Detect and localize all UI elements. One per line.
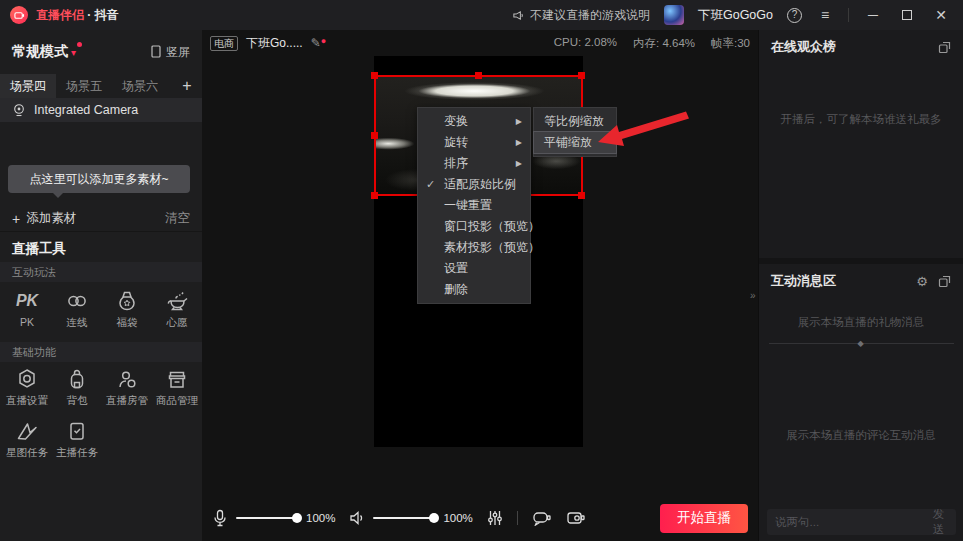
minimize-button[interactable]: ─	[863, 7, 883, 23]
cpu-stat: CPU: 2.08%	[554, 36, 617, 51]
resize-handle-sw[interactable]	[371, 192, 378, 199]
menu-item-settings[interactable]: 设置	[418, 258, 530, 279]
context-menu: 变换▶ 旋转▶ 排序▶ ✓适配原始比例 一键重置 窗口投影（预览） 素材投影（预…	[417, 107, 531, 304]
menu-item-transform[interactable]: 变换▶	[418, 111, 530, 132]
tool-lucky-bag[interactable]: 福袋	[102, 288, 152, 340]
start-live-button[interactable]: 开始直播	[660, 504, 748, 533]
gear-icon[interactable]: ⚙	[916, 275, 928, 288]
tab-scene-4[interactable]: 场景四	[0, 74, 56, 98]
resize-handle-n[interactable]	[475, 72, 482, 79]
link-icon	[64, 288, 90, 314]
menu-item-delete[interactable]: 删除	[418, 279, 530, 300]
tool-star-task[interactable]: 星图任务	[2, 418, 52, 470]
title-bar: 直播伴侣 · 抖音 不建议直播的游戏说明 下班GoGoGo ? ≡ ─ ✕	[0, 0, 963, 30]
notice-text: 不建议直播的游戏说明	[530, 7, 650, 24]
edit-title-icon[interactable]: ✎●	[311, 36, 327, 50]
goods-icon	[164, 366, 190, 392]
viewers-panel-title: 在线观众榜	[771, 38, 836, 56]
pk-icon: PK	[16, 288, 38, 314]
source-name: Integrated Camera	[34, 103, 138, 117]
resize-handle-se[interactable]	[578, 192, 585, 199]
fps-stat: 帧率:30	[711, 36, 750, 51]
submenu-item-tile-scale[interactable]: 平铺缩放	[534, 132, 616, 153]
resize-handle-nw[interactable]	[371, 72, 378, 79]
portrait-mode-button[interactable]: 竖屏	[150, 44, 190, 61]
lucky-bag-icon	[114, 288, 140, 314]
menu-item-reset[interactable]: 一键重置	[418, 195, 530, 216]
scene-info-bar: 电商 下班Go..... ✎● CPU: 2.08% 内存: 4.64% 帧率:…	[202, 30, 758, 56]
menu-item-fit-ratio[interactable]: ✓适配原始比例	[418, 174, 530, 195]
tool-anchor-task[interactable]: 主播任务	[52, 418, 102, 470]
mode-selector[interactable]: 常规模式	[12, 43, 68, 61]
panel-collapse-icon[interactable]: »	[750, 290, 756, 301]
ecommerce-badge: 电商	[210, 36, 238, 51]
help-icon[interactable]: ?	[787, 8, 802, 23]
messages-panel-title: 互动消息区	[771, 272, 836, 290]
mic-volume-value: 100%	[306, 512, 335, 524]
tool-connect[interactable]: 连线	[52, 288, 102, 340]
tab-scene-5[interactable]: 场景五	[56, 74, 112, 98]
message-split-divider[interactable]: ◆	[769, 343, 954, 344]
app-logo-icon	[10, 6, 28, 24]
menu-item-rotate[interactable]: 旋转▶	[418, 132, 530, 153]
speaker-icon[interactable]	[349, 510, 365, 526]
tool-moderator[interactable]: 直播房管	[102, 366, 152, 418]
chat-input[interactable]	[775, 516, 929, 528]
popout-icon[interactable]	[938, 41, 951, 54]
wish-lamp-icon	[164, 288, 190, 314]
record-camera-icon[interactable]	[566, 510, 586, 526]
moderator-icon	[114, 366, 140, 392]
menu-item-window-projection[interactable]: 窗口投影（预览）	[418, 216, 530, 237]
toolbar-divider	[517, 511, 518, 525]
anchor-task-icon	[64, 418, 90, 444]
notification-dot	[77, 42, 82, 47]
popout-icon[interactable]	[938, 275, 951, 288]
app-title: 直播伴侣 · 抖音	[36, 7, 119, 24]
tool-goods[interactable]: 商品管理	[152, 366, 202, 418]
divider-handle-icon[interactable]: ◆	[858, 339, 864, 348]
tool-pk[interactable]: PK PK	[2, 288, 52, 340]
tool-wish[interactable]: 心愿	[152, 288, 202, 340]
speaker-volume-slider[interactable]: 100%	[373, 512, 472, 524]
menu-icon[interactable]: ≡	[816, 7, 834, 23]
chevron-down-icon[interactable]: ▾	[71, 47, 76, 58]
maximize-button[interactable]	[897, 7, 917, 23]
send-button[interactable]: 发送	[929, 507, 948, 537]
submenu-item-proportional-scale[interactable]: 等比例缩放	[534, 111, 616, 132]
source-item-camera[interactable]: Integrated Camera	[0, 98, 202, 122]
sidebar: 常规模式 ▾ 竖屏 场景四 场景五 场景六 + Integrated Camer…	[0, 30, 202, 541]
menu-item-material-projection[interactable]: 素材投影（预览）	[418, 237, 530, 258]
username[interactable]: 下班GoGoGo	[698, 7, 773, 24]
close-button[interactable]: ✕	[931, 7, 951, 23]
scene-tabs: 场景四 场景五 场景六 +	[0, 74, 202, 98]
game-notice-link[interactable]: 不建议直播的游戏说明	[512, 7, 650, 24]
plus-icon: +	[12, 211, 20, 227]
clear-button[interactable]: 清空	[165, 210, 190, 227]
add-scene-button[interactable]: +	[172, 74, 202, 98]
megaphone-icon	[512, 9, 525, 22]
speaker-volume-value: 100%	[443, 512, 472, 524]
mic-volume-slider[interactable]: 100%	[236, 512, 335, 524]
star-task-icon	[14, 418, 40, 444]
tab-scene-6[interactable]: 场景六	[112, 74, 168, 98]
audio-mixer-icon[interactable]	[487, 509, 503, 527]
bottom-toolbar: 100% 100% 开始直播	[202, 495, 758, 541]
resize-handle-w[interactable]	[371, 132, 378, 139]
menu-item-order[interactable]: 排序▶	[418, 153, 530, 174]
microphone-icon[interactable]	[212, 509, 228, 527]
tool-live-settings[interactable]: 直播设置	[2, 366, 52, 418]
resize-handle-ne[interactable]	[578, 72, 585, 79]
gift-messages-empty-text: 展示本场直播的礼物消息	[759, 315, 963, 330]
submenu-arrow-icon: ▶	[516, 159, 522, 168]
portrait-icon	[150, 45, 162, 59]
user-avatar[interactable]	[664, 5, 684, 25]
danmaku-popup-icon[interactable]	[532, 510, 552, 526]
backpack-icon	[64, 366, 90, 392]
submenu-arrow-icon: ▶	[516, 117, 522, 126]
memory-stat: 内存: 4.64%	[633, 36, 695, 51]
tool-backpack[interactable]: 背包	[52, 366, 102, 418]
right-panel: 在线观众榜 开播后，可了解本场谁送礼最多 互动消息区 ⚙ 展示本场直播的礼物消息…	[758, 30, 963, 541]
add-material-button[interactable]: 添加素材	[26, 210, 76, 227]
main-area: 电商 下班Go..... ✎● CPU: 2.08% 内存: 4.64% 帧率:…	[202, 30, 758, 541]
webcam-icon	[12, 103, 26, 117]
